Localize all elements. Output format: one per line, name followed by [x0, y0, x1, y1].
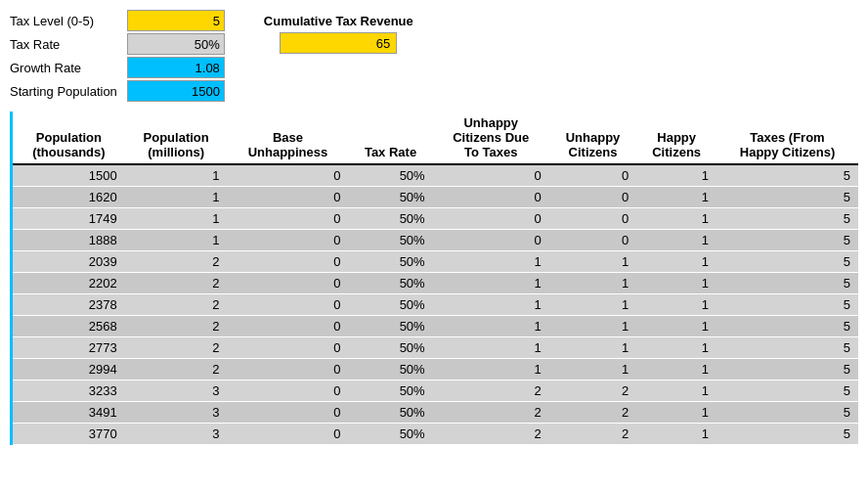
- table-cell: 1: [636, 164, 716, 187]
- table-cell: 1620: [12, 187, 125, 208]
- table-row: 27732050%1115: [12, 337, 859, 359]
- table-cell: 50%: [348, 402, 432, 424]
- table-cell: 1: [636, 230, 716, 251]
- table-cell: 1: [636, 359, 716, 380]
- table-row: 29942050%1115: [12, 359, 859, 380]
- table-row: 18881050%0015: [12, 230, 859, 251]
- table-cell: 1: [636, 294, 716, 316]
- table-cell: 2: [433, 424, 549, 445]
- table-cell: 1: [549, 337, 636, 359]
- table-cell: 50%: [348, 294, 432, 316]
- table-cell: 1: [433, 294, 549, 316]
- table-cell: 5: [716, 187, 858, 208]
- header-row: Population(thousands) Population(million…: [12, 112, 859, 164]
- col-header-population-millions: Population(millions): [125, 112, 228, 164]
- tax-level-label: Tax Level (0-5): [10, 10, 125, 31]
- table-cell: 2: [125, 251, 228, 273]
- table-cell: 2202: [12, 273, 125, 294]
- table-cell: 3770: [12, 424, 125, 445]
- table-cell: 1: [433, 359, 549, 380]
- table-cell: 5: [716, 251, 858, 273]
- cumulative-section: Cumulative Tax Revenue 65: [264, 10, 413, 54]
- cumulative-title: Cumulative Tax Revenue: [264, 14, 413, 28]
- table-body: 15001050%001516201050%001517491050%00151…: [12, 164, 859, 445]
- table-cell: 1: [549, 316, 636, 337]
- growth-rate-value[interactable]: 1.08: [127, 57, 225, 78]
- table-cell: 2: [125, 359, 228, 380]
- table-cell: 50%: [348, 380, 432, 402]
- tax-rate-value[interactable]: 50%: [127, 33, 225, 55]
- table-cell: 1: [125, 187, 228, 208]
- table-cell: 50%: [348, 208, 432, 230]
- table-cell: 0: [549, 208, 636, 230]
- table-cell: 5: [716, 380, 858, 402]
- table-cell: 1: [125, 164, 228, 187]
- table-cell: 50%: [348, 164, 432, 187]
- table-cell: 3: [125, 402, 228, 424]
- table-cell: 5: [716, 424, 858, 445]
- table-cell: 2: [549, 380, 636, 402]
- table-cell: 3: [125, 424, 228, 445]
- table-cell: 1749: [12, 208, 125, 230]
- table-cell: 1: [433, 316, 549, 337]
- table-cell: 5: [716, 164, 858, 187]
- table-cell: 1: [636, 337, 716, 359]
- table-cell: 2994: [12, 359, 125, 380]
- table-cell: 2773: [12, 337, 125, 359]
- starting-population-label: Starting Population: [10, 80, 125, 102]
- table-cell: 0: [228, 251, 349, 273]
- table-cell: 0: [228, 164, 349, 187]
- table-cell: 1: [636, 316, 716, 337]
- table-row: 15001050%0015: [12, 164, 859, 187]
- table-cell: 1500: [12, 164, 125, 187]
- starting-population-value[interactable]: 1500: [127, 80, 225, 102]
- table-cell: 0: [228, 359, 349, 380]
- table-cell: 3: [125, 380, 228, 402]
- table-cell: 2: [433, 380, 549, 402]
- table-row: 17491050%0015: [12, 208, 859, 230]
- table-cell: 50%: [348, 424, 432, 445]
- table-cell: 1: [433, 251, 549, 273]
- tax-level-value[interactable]: 5: [127, 10, 225, 31]
- col-header-taxes-from-happy: Taxes (FromHappy Citizens): [716, 112, 858, 164]
- table-cell: 1: [549, 359, 636, 380]
- table-cell: 1888: [12, 230, 125, 251]
- table-cell: 0: [228, 273, 349, 294]
- table-cell: 3233: [12, 380, 125, 402]
- table-row: 23782050%1115: [12, 294, 859, 316]
- table-cell: 5: [716, 359, 858, 380]
- table-cell: 0: [228, 337, 349, 359]
- table-row: 34913050%2215: [12, 402, 859, 424]
- table-cell: 2568: [12, 316, 125, 337]
- table-cell: 3491: [12, 402, 125, 424]
- table-cell: 5: [716, 273, 858, 294]
- table-cell: 50%: [348, 359, 432, 380]
- col-header-unhappy-citizens: UnhappyCitizens: [549, 112, 636, 164]
- table-cell: 1: [549, 294, 636, 316]
- table-cell: 0: [433, 230, 549, 251]
- table-cell: 0: [549, 187, 636, 208]
- table-cell: 50%: [348, 337, 432, 359]
- col-header-population-thousands: Population(thousands): [12, 112, 125, 164]
- table-row: 16201050%0015: [12, 187, 859, 208]
- table-row: 32333050%2215: [12, 380, 859, 402]
- table-cell: 50%: [348, 251, 432, 273]
- growth-rate-label: Growth Rate: [10, 57, 125, 78]
- table-row: 37703050%2215: [12, 424, 859, 445]
- table-cell: 1: [636, 402, 716, 424]
- table-cell: 1: [636, 424, 716, 445]
- table-cell: 2: [125, 316, 228, 337]
- table-cell: 1: [125, 208, 228, 230]
- table-cell: 50%: [348, 230, 432, 251]
- table-cell: 0: [549, 230, 636, 251]
- table-cell: 1: [636, 273, 716, 294]
- table-cell: 1: [549, 273, 636, 294]
- table-cell: 0: [549, 164, 636, 187]
- table-cell: 1: [433, 337, 549, 359]
- table-cell: 2378: [12, 294, 125, 316]
- table-cell: 1: [636, 251, 716, 273]
- table-cell: 0: [228, 316, 349, 337]
- table-cell: 0: [228, 424, 349, 445]
- table-cell: 2039: [12, 251, 125, 273]
- table-cell: 2: [549, 402, 636, 424]
